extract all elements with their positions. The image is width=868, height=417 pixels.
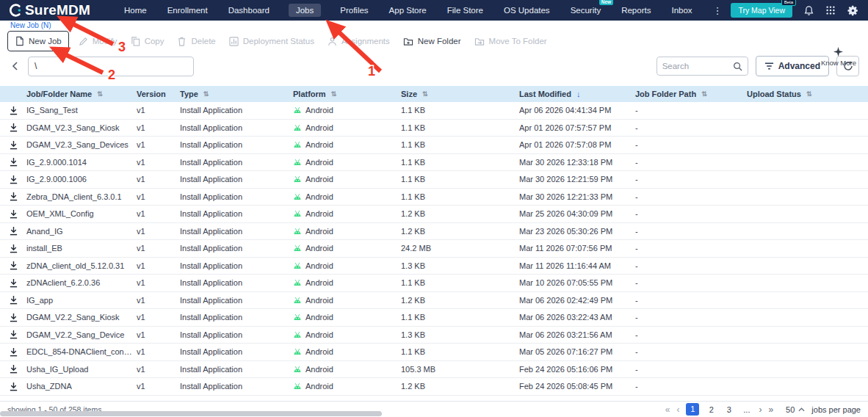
last-page-button[interactable]: »: [768, 405, 773, 415]
nav-home[interactable]: Home: [123, 4, 148, 17]
download-icon[interactable]: [9, 106, 18, 115]
advanced-search-button[interactable]: Advanced: [756, 56, 829, 76]
download-icon[interactable]: [9, 295, 18, 305]
col-platform[interactable]: Platform ⇅: [293, 90, 401, 98]
nav-profiles[interactable]: Profiles: [339, 4, 369, 17]
know-more-button[interactable]: Know More: [821, 47, 856, 67]
download-icon[interactable]: [9, 192, 18, 201]
search-input[interactable]: [662, 62, 733, 70]
deployment-status-button[interactable]: Deployment Status: [223, 32, 321, 51]
sort-icon[interactable]: ⇅: [422, 90, 428, 98]
table-row[interactable]: OEM_XML_Config v1 Install Application An…: [0, 206, 868, 223]
job-name[interactable]: DGAM_V2.2_Sang_Device: [26, 330, 137, 339]
page-button-2[interactable]: 2: [706, 405, 717, 414]
download-icon[interactable]: [9, 244, 18, 253]
table-row[interactable]: DGAM_V2.2_Sang_Kiosk v1 Install Applicat…: [0, 309, 868, 327]
download-icon[interactable]: [9, 175, 18, 184]
col-last-modified[interactable]: Last Modified ↓: [519, 90, 635, 98]
job-name[interactable]: Anand_IG: [26, 227, 137, 236]
nav-os-updates[interactable]: OS Updates: [502, 4, 551, 17]
folder-path-input[interactable]: [28, 57, 194, 76]
col-job-folder-path[interactable]: Job Folder Path ⇅: [635, 90, 747, 98]
job-name[interactable]: DGAM_V2.3_Sang_Kiosk: [26, 123, 137, 132]
new-folder-button[interactable]: New Folder: [397, 32, 468, 51]
table-row[interactable]: install_EB v1 Install Application Androi…: [0, 240, 868, 258]
job-name[interactable]: EDCL_854-DNAClient_config: [26, 347, 137, 356]
sort-icon[interactable]: ⇅: [203, 90, 209, 98]
move-to-folder-button[interactable]: Move To Folder: [468, 32, 554, 51]
table-row[interactable]: IG_app v1 Install Application Android 1.…: [0, 292, 868, 310]
apps-grid-icon[interactable]: [825, 5, 836, 15]
job-name[interactable]: IG_app: [26, 296, 137, 305]
modify-button[interactable]: Modify: [72, 32, 124, 51]
download-icon[interactable]: [9, 364, 18, 374]
nav-enrollment[interactable]: Enrollment: [166, 4, 209, 17]
table-row[interactable]: IG_2.9.000.1014 v1 Install Application A…: [0, 154, 868, 172]
download-icon[interactable]: [9, 209, 18, 219]
sort-icon[interactable]: ⇅: [97, 90, 103, 98]
table-row[interactable]: Zebra_DNA_client_6.3.0.1 v1 Install Appl…: [0, 189, 868, 206]
sort-icon[interactable]: ⇅: [806, 90, 812, 98]
prev-page-button[interactable]: ‹: [676, 405, 679, 415]
col-upload-status[interactable]: Upload Status ⇅: [747, 90, 868, 98]
nav-reports[interactable]: Reports: [620, 4, 652, 17]
table-row[interactable]: DGAM_V2.3_Sang_Kiosk v1 Install Applicat…: [0, 120, 868, 137]
table-row[interactable]: IG_Sang_Test v1 Install Application Andr…: [0, 102, 868, 120]
nav-security[interactable]: Security New: [569, 4, 603, 17]
sort-icon[interactable]: ⇅: [331, 90, 337, 98]
table-row[interactable]: EDCL_854-DNAClient_config v1 Install App…: [0, 344, 868, 361]
nav-jobs[interactable]: Jobs: [289, 4, 321, 17]
download-icon[interactable]: [9, 347, 18, 357]
job-name[interactable]: Usha_IG_Upload: [26, 365, 137, 374]
table-row[interactable]: DGAM_V2.2_Sang_Device v1 Install Applica…: [0, 327, 868, 344]
job-name[interactable]: DGAM_V2.2_Sang_Kiosk: [26, 313, 137, 322]
job-name[interactable]: zDNA_client_old_5.12.0.31: [26, 261, 137, 270]
job-name[interactable]: IG_Sang_Test: [26, 106, 137, 115]
assignments-button[interactable]: Assignments: [321, 32, 397, 51]
download-icon[interactable]: [9, 278, 18, 288]
job-name[interactable]: DGAM_V2.3_Sang_Devices: [26, 140, 137, 149]
job-name[interactable]: IG_2.9.000.1014: [26, 158, 137, 167]
notifications-bell-icon[interactable]: [803, 5, 814, 16]
nav-dashboard[interactable]: Dashboard: [227, 4, 271, 17]
page-button-3[interactable]: 3: [723, 405, 734, 414]
new-job-button[interactable]: New Job: [7, 31, 69, 51]
sort-icon[interactable]: ⇅: [701, 90, 707, 98]
try-map-view-button[interactable]: Try Map View Beta: [731, 3, 792, 18]
nav-inbox[interactable]: Inbox: [670, 4, 693, 17]
job-name[interactable]: IG_2.9.000.1006: [26, 175, 137, 184]
horizontal-scrollbar[interactable]: [0, 411, 382, 416]
suremdm-logo[interactable]: SureMDM: [7, 2, 90, 18]
col-version[interactable]: Version: [137, 90, 180, 98]
back-button[interactable]: [7, 57, 22, 76]
settings-gear-icon[interactable]: [847, 4, 859, 17]
download-icon[interactable]: [9, 226, 18, 236]
job-name[interactable]: install_EB: [26, 244, 137, 253]
table-row[interactable]: zDNAclient_6.2.0.36 v1 Install Applicati…: [0, 275, 868, 292]
job-name[interactable]: OEM_XML_Config: [26, 209, 137, 218]
sort-desc-icon[interactable]: ↓: [576, 90, 581, 98]
table-row[interactable]: DGAM_V2.3_Sang_Devices v1 Install Applic…: [0, 137, 868, 154]
download-icon[interactable]: [9, 382, 18, 391]
page-button-1[interactable]: 1: [686, 403, 699, 416]
download-icon[interactable]: [9, 313, 18, 322]
job-name[interactable]: Zebra_DNA_client_6.3.0.1: [26, 192, 137, 201]
table-row[interactable]: IG_2.9.000.1006 v1 Install Application A…: [0, 171, 868, 189]
more-menu-icon[interactable]: ⋮: [712, 3, 725, 18]
page-size-select[interactable]: 50: [786, 405, 805, 414]
search-box[interactable]: [657, 57, 748, 76]
download-icon[interactable]: [9, 123, 18, 132]
table-row[interactable]: Anand_IG v1 Install Application Android …: [0, 223, 868, 241]
delete-button[interactable]: Delete: [170, 32, 222, 51]
copy-button[interactable]: Copy: [124, 32, 171, 51]
table-row[interactable]: zDNA_client_old_5.12.0.31 v1 Install App…: [0, 258, 868, 275]
first-page-button[interactable]: «: [665, 405, 670, 415]
nav-app-store[interactable]: App Store: [388, 4, 428, 17]
download-icon[interactable]: [9, 330, 18, 339]
table-row[interactable]: Usha_IG_Upload v1 Install Application An…: [0, 361, 868, 379]
nav-file-store[interactable]: File Store: [446, 4, 485, 17]
next-page-button[interactable]: ›: [759, 405, 762, 415]
download-icon[interactable]: [9, 157, 18, 167]
download-icon[interactable]: [9, 140, 18, 150]
col-type[interactable]: Type ⇅: [180, 90, 293, 98]
